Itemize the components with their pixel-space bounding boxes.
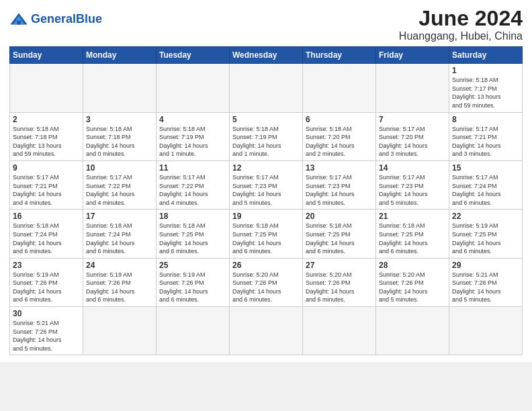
day-number: 10 — [86, 163, 153, 173]
day-info: Sunrise: 5:17 AM Sunset: 7:20 PM Dayligh… — [379, 125, 446, 158]
day-number: 14 — [379, 163, 446, 173]
calendar-cell — [303, 307, 376, 355]
calendar-cell: 5Sunrise: 5:18 AM Sunset: 7:19 PM Daylig… — [230, 112, 303, 161]
calendar-table: Sunday Monday Tuesday Wednesday Thursday… — [9, 46, 523, 355]
header-friday: Friday — [376, 47, 449, 64]
calendar-cell: 4Sunrise: 5:18 AM Sunset: 7:19 PM Daylig… — [157, 112, 230, 161]
day-info: Sunrise: 5:18 AM Sunset: 7:24 PM Dayligh… — [86, 222, 153, 255]
calendar-cell — [83, 307, 157, 355]
day-info: Sunrise: 5:18 AM Sunset: 7:25 PM Dayligh… — [379, 222, 446, 255]
calendar-cell — [303, 64, 376, 112]
day-info: Sunrise: 5:17 AM Sunset: 7:21 PM Dayligh… — [13, 173, 80, 207]
calendar-cell: 10Sunrise: 5:17 AM Sunset: 7:22 PM Dayli… — [83, 161, 157, 209]
calendar-cell: 15Sunrise: 5:17 AM Sunset: 7:24 PM Dayli… — [449, 161, 523, 209]
calendar-cell — [10, 64, 83, 112]
calendar-cell: 19Sunrise: 5:18 AM Sunset: 7:25 PM Dayli… — [230, 210, 303, 258]
day-number: 30 — [13, 309, 80, 318]
logo: GeneralBlue — [9, 9, 102, 28]
calendar-cell — [449, 307, 523, 355]
day-number: 28 — [379, 261, 446, 270]
day-number: 23 — [13, 261, 80, 270]
header-tuesday: Tuesday — [157, 47, 230, 64]
header-sunday: Sunday — [10, 47, 83, 64]
calendar-cell — [157, 64, 230, 112]
day-info: Sunrise: 5:17 AM Sunset: 7:24 PM Dayligh… — [452, 173, 519, 207]
day-number: 1 — [452, 66, 519, 75]
day-number: 5 — [232, 115, 300, 124]
day-info: Sunrise: 5:17 AM Sunset: 7:22 PM Dayligh… — [159, 173, 226, 207]
header: GeneralBlue June 2024 Huanggang, Hubei, … — [9, 7, 523, 42]
day-number: 16 — [13, 212, 80, 221]
day-number: 6 — [306, 115, 373, 124]
day-number: 7 — [379, 115, 446, 124]
day-number: 11 — [159, 163, 226, 173]
calendar-cell: 24Sunrise: 5:19 AM Sunset: 7:26 PM Dayli… — [83, 258, 157, 306]
calendar-cell: 12Sunrise: 5:17 AM Sunset: 7:23 PM Dayli… — [230, 161, 303, 209]
calendar-cell: 28Sunrise: 5:20 AM Sunset: 7:26 PM Dayli… — [376, 258, 449, 306]
day-number: 19 — [232, 212, 300, 221]
day-number: 20 — [306, 212, 373, 221]
calendar-cell: 20Sunrise: 5:18 AM Sunset: 7:25 PM Dayli… — [303, 210, 376, 258]
day-info: Sunrise: 5:18 AM Sunset: 7:25 PM Dayligh… — [306, 222, 373, 255]
day-number: 8 — [452, 115, 519, 124]
svg-rect-3 — [17, 21, 21, 25]
day-number: 3 — [86, 115, 153, 124]
day-info: Sunrise: 5:17 AM Sunset: 7:21 PM Dayligh… — [452, 125, 519, 158]
day-number: 27 — [306, 261, 373, 270]
calendar-cell: 26Sunrise: 5:20 AM Sunset: 7:26 PM Dayli… — [230, 258, 303, 306]
logo-icon — [9, 9, 28, 28]
day-number: 24 — [86, 261, 153, 270]
calendar-cell: 27Sunrise: 5:20 AM Sunset: 7:26 PM Dayli… — [303, 258, 376, 306]
calendar-cell: 21Sunrise: 5:18 AM Sunset: 7:25 PM Dayli… — [376, 210, 449, 258]
day-info: Sunrise: 5:19 AM Sunset: 7:25 PM Dayligh… — [452, 222, 519, 255]
calendar-cell: 25Sunrise: 5:19 AM Sunset: 7:26 PM Dayli… — [157, 258, 230, 306]
calendar-cell: 29Sunrise: 5:21 AM Sunset: 7:26 PM Dayli… — [449, 258, 523, 306]
calendar-cell: 8Sunrise: 5:17 AM Sunset: 7:21 PM Daylig… — [449, 112, 523, 161]
day-info: Sunrise: 5:18 AM Sunset: 7:24 PM Dayligh… — [13, 222, 80, 255]
calendar-cell: 1Sunrise: 5:18 AM Sunset: 7:17 PM Daylig… — [449, 64, 523, 112]
day-info: Sunrise: 5:17 AM Sunset: 7:22 PM Dayligh… — [86, 173, 153, 207]
day-number: 9 — [13, 163, 80, 173]
day-info: Sunrise: 5:21 AM Sunset: 7:26 PM Dayligh… — [452, 271, 519, 304]
page: GeneralBlue June 2024 Huanggang, Hubei, … — [0, 0, 532, 362]
weekday-header-row: Sunday Monday Tuesday Wednesday Thursday… — [10, 47, 523, 64]
day-info: Sunrise: 5:19 AM Sunset: 7:26 PM Dayligh… — [159, 271, 226, 304]
day-number: 29 — [452, 261, 519, 270]
day-number: 15 — [452, 163, 519, 173]
calendar-cell: 6Sunrise: 5:18 AM Sunset: 7:20 PM Daylig… — [303, 112, 376, 161]
calendar-cell: 11Sunrise: 5:17 AM Sunset: 7:22 PM Dayli… — [157, 161, 230, 209]
calendar-cell: 23Sunrise: 5:19 AM Sunset: 7:26 PM Dayli… — [10, 258, 83, 306]
location-title: Huanggang, Hubei, China — [399, 30, 523, 42]
calendar-cell — [376, 64, 449, 112]
day-info: Sunrise: 5:18 AM Sunset: 7:20 PM Dayligh… — [306, 125, 373, 158]
day-info: Sunrise: 5:18 AM Sunset: 7:19 PM Dayligh… — [159, 125, 226, 158]
day-number: 21 — [379, 212, 446, 221]
logo-general: General — [31, 12, 76, 26]
day-number: 26 — [232, 261, 300, 270]
header-thursday: Thursday — [303, 47, 376, 64]
day-info: Sunrise: 5:18 AM Sunset: 7:18 PM Dayligh… — [13, 125, 80, 158]
day-number: 2 — [13, 115, 80, 124]
day-info: Sunrise: 5:17 AM Sunset: 7:23 PM Dayligh… — [306, 173, 373, 207]
calendar-cell: 14Sunrise: 5:17 AM Sunset: 7:23 PM Dayli… — [376, 161, 449, 209]
logo-blue: Blue — [76, 12, 102, 26]
day-info: Sunrise: 5:19 AM Sunset: 7:26 PM Dayligh… — [13, 271, 80, 304]
calendar-cell: 18Sunrise: 5:18 AM Sunset: 7:25 PM Dayli… — [157, 210, 230, 258]
day-info: Sunrise: 5:20 AM Sunset: 7:26 PM Dayligh… — [306, 271, 373, 304]
day-number: 25 — [159, 261, 226, 270]
day-info: Sunrise: 5:20 AM Sunset: 7:26 PM Dayligh… — [232, 271, 300, 304]
day-number: 18 — [159, 212, 226, 221]
calendar-cell: 17Sunrise: 5:18 AM Sunset: 7:24 PM Dayli… — [83, 210, 157, 258]
calendar-cell — [83, 64, 157, 112]
day-info: Sunrise: 5:18 AM Sunset: 7:19 PM Dayligh… — [232, 125, 300, 158]
day-info: Sunrise: 5:18 AM Sunset: 7:25 PM Dayligh… — [232, 222, 300, 255]
calendar-cell — [157, 307, 230, 355]
calendar-cell: 22Sunrise: 5:19 AM Sunset: 7:25 PM Dayli… — [449, 210, 523, 258]
day-info: Sunrise: 5:18 AM Sunset: 7:25 PM Dayligh… — [159, 222, 226, 255]
day-info: Sunrise: 5:19 AM Sunset: 7:26 PM Dayligh… — [86, 271, 153, 304]
day-info: Sunrise: 5:18 AM Sunset: 7:18 PM Dayligh… — [86, 125, 153, 158]
calendar-cell: 30Sunrise: 5:21 AM Sunset: 7:26 PM Dayli… — [10, 307, 83, 355]
calendar-cell: 7Sunrise: 5:17 AM Sunset: 7:20 PM Daylig… — [376, 112, 449, 161]
day-info: Sunrise: 5:21 AM Sunset: 7:26 PM Dayligh… — [13, 319, 80, 353]
calendar-cell: 3Sunrise: 5:18 AM Sunset: 7:18 PM Daylig… — [83, 112, 157, 161]
